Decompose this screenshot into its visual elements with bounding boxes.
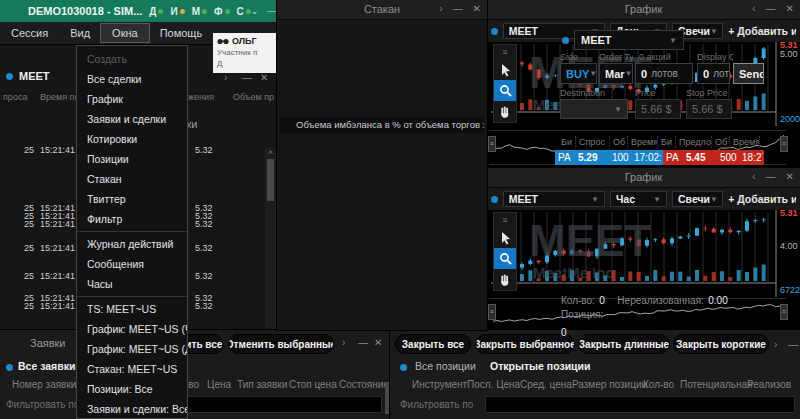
scroll-up-icon[interactable]: ˄ [265, 148, 276, 157]
tab-all-orders[interactable]: Все заявки [18, 360, 75, 372]
window-minimize-icon[interactable]: — [267, 6, 276, 16]
close-positions-button[interactable]: Закрыть выбранное [475, 334, 575, 354]
quotes-vertical-scrollbar[interactable]: ˄ [265, 148, 276, 346]
positions-col-Инструмент[interactable]: Инструмент [412, 379, 467, 390]
menu-item[interactable]: Сообщения [77, 254, 187, 274]
bid-row[interactable]: PA5.2910017:02:5 [555, 150, 663, 165]
zoom-tool-icon[interactable] [494, 248, 516, 269]
orders-collapse-icon[interactable]: › [342, 337, 345, 348]
dom-instrument-select[interactable]: MEET▼ [574, 30, 684, 50]
menu-Сессия[interactable]: Сессия [0, 24, 59, 42]
book-col-header[interactable]: Предло [676, 136, 712, 148]
close-positions-button[interactable]: Закрыть все [395, 334, 471, 354]
ask-row[interactable]: PA5.4550018:27:0 [663, 150, 764, 165]
menu-Помощь[interactable]: Помощь [149, 24, 214, 42]
tab-all-positions[interactable]: Все позиции [415, 360, 476, 372]
menu-item[interactable]: Котировки [77, 129, 187, 149]
positions-collapse-icon[interactable]: › [774, 339, 777, 350]
menu-item[interactable]: Стакан: MEET~US [77, 359, 187, 379]
cancel-selected-button[interactable]: Отменить выбранные [228, 334, 334, 354]
navigator-right-handle[interactable]: ≡ [780, 304, 788, 320]
menu-Вид[interactable]: Вид [59, 24, 101, 42]
book-col-header[interactable]: Об [610, 136, 628, 148]
price-input[interactable]: 5.66 $ [635, 99, 681, 119]
menu-item[interactable]: Стакан [77, 169, 187, 189]
quantity-input[interactable]: 0лотов [635, 63, 693, 84]
book-col-header[interactable]: Время [628, 136, 658, 148]
positions-col-Размер позиции[interactable]: Размер позиции [572, 379, 647, 390]
quotes-col-ask[interactable]: жения [188, 92, 214, 102]
positions-col-Потенциальная[interactable]: Потенциальная [680, 379, 753, 390]
quotes-close-icon[interactable]: ✕ [260, 72, 268, 83]
orders-col-Состояние[interactable]: Состояние [339, 379, 389, 390]
orders-col-Номер заявки[interactable]: Номер заявки [12, 379, 76, 390]
zoom-tool-icon[interactable] [494, 80, 516, 101]
scroll-thumb[interactable] [267, 159, 274, 201]
menu-item[interactable]: Позиции: Все [77, 379, 187, 399]
dom-collapse-icon[interactable]: › [439, 3, 442, 14]
positions-col-Реализов[interactable]: Реализов [747, 379, 791, 390]
quotes-instrument[interactable]: MEET [19, 70, 50, 82]
menu-item[interactable]: Позиции [77, 149, 187, 169]
menu-item[interactable]: Фильтр [77, 209, 187, 229]
book-col-header[interactable]: Би [558, 136, 576, 148]
menu-item[interactable]: Заявки и сделки: Все [77, 399, 187, 419]
instrument-link-radio[interactable] [6, 73, 13, 80]
book-col-header[interactable]: Время [730, 136, 760, 148]
navigator-left-handle[interactable]: ≡ [488, 304, 496, 320]
quotes-collapse-icon[interactable]: › [224, 72, 227, 83]
hand-tool-icon[interactable] [494, 269, 516, 290]
notification-popup[interactable]: ОЛЬГ Участник п Д [213, 33, 277, 73]
orders-col-Тип заявки[interactable]: Тип заявки [237, 379, 287, 390]
positions-filter-input[interactable] [485, 396, 795, 413]
quotes-col-askvol[interactable]: Объем пр [233, 92, 274, 102]
instrument-link-radio[interactable] [562, 37, 569, 44]
stop-price-input[interactable]: 5.66 $ [686, 99, 732, 119]
book-col-header[interactable]: Би [658, 136, 676, 148]
tab-open-positions[interactable]: Открытые позиции [490, 360, 590, 372]
palette-drag-handle[interactable]: ≡ [494, 45, 516, 59]
menu-Окна[interactable]: Окна [101, 24, 149, 42]
dom-titlebar[interactable]: Стакан › — ✕ [277, 0, 487, 20]
positions-col-Кол-во[interactable]: Кол-во [643, 379, 674, 390]
orders-filter-radio[interactable] [6, 364, 13, 371]
navigator-left-handle[interactable]: ≡ [488, 136, 496, 152]
order-type-select[interactable]: Mar▼ [599, 63, 633, 84]
book-col-header[interactable]: Спрос [576, 136, 610, 148]
positions-col-Посл. Цена[interactable]: Посл. Цена [467, 379, 520, 390]
orders-col-Стоп цена[interactable]: Стоп цена [289, 379, 337, 390]
dom-close-icon[interactable]: ✕ [473, 3, 481, 14]
navigator-right-handle[interactable]: ≡ [780, 136, 788, 152]
cursor-tool-icon[interactable] [494, 227, 516, 248]
palette-drag-handle[interactable]: ≡ [494, 213, 516, 227]
orders-minimize-icon[interactable]: — [358, 337, 368, 348]
positions-col-Сред. цена[interactable]: Сред. цена [520, 379, 572, 390]
menu-item[interactable]: Твиттер [77, 189, 187, 209]
quotes-col-bid[interactable]: проса [3, 92, 27, 102]
menu-item[interactable]: Часы [77, 274, 187, 294]
book-col-header[interactable]: Об [712, 136, 730, 148]
menu-item[interactable]: Журнал действий [77, 234, 187, 254]
menu-item[interactable]: График: MEET~US (Час) [77, 319, 187, 339]
menu-item[interactable]: Все сделки [77, 69, 187, 89]
menu-item[interactable]: Заявки и сделки [77, 109, 187, 129]
hand-tool-icon[interactable] [494, 101, 516, 122]
window-collapse-icon[interactable]: ⌄ [251, 6, 259, 16]
menu-item[interactable]: График [77, 89, 187, 109]
side-select[interactable]: BUY▼ [560, 63, 597, 84]
positions-filter-radio[interactable] [400, 364, 407, 371]
close-positions-button[interactable]: Закрыть короткие [673, 334, 769, 354]
orders-panel-scrollbar[interactable] [385, 382, 389, 414]
orders-close-icon[interactable]: ✕ [374, 337, 382, 348]
send-button[interactable]: Send [733, 63, 764, 84]
positions-minimize-icon[interactable]: — [788, 339, 798, 350]
display-qty-input[interactable]: 0лотов [697, 63, 730, 84]
dom-minimize-icon[interactable]: — [453, 3, 463, 14]
destination-select[interactable]: ▼ [560, 99, 628, 119]
orders-col-Цена[interactable]: Цена [207, 379, 231, 390]
quotes-minimize-icon[interactable]: — [242, 72, 252, 83]
menu-item[interactable]: TS: MEET~US [77, 299, 187, 319]
qty-label: 0 акций [639, 52, 671, 62]
menu-item[interactable]: График: MEET~US (День) [77, 339, 187, 359]
cursor-tool-icon[interactable] [494, 59, 516, 80]
